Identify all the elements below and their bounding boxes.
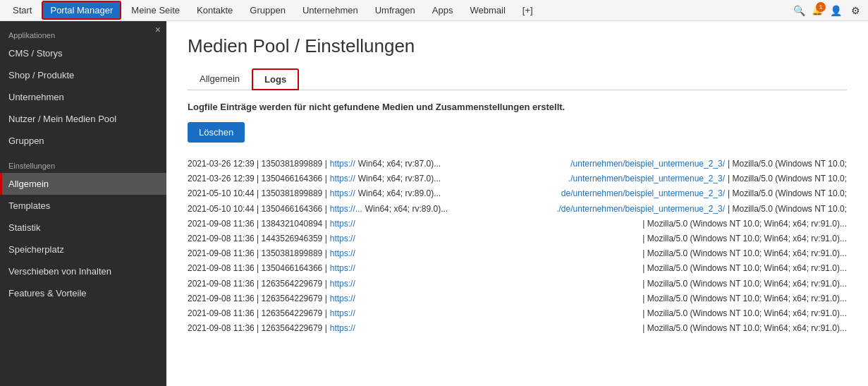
- nav-unternehmen[interactable]: Unternehmen: [295, 2, 365, 18]
- log-link[interactable]: https://: [330, 292, 355, 306]
- log-timestamp: 2021-05-10 10:44 | 1350381899889 |: [188, 187, 327, 200]
- sidebar-item-cms-storys[interactable]: CMS / Storys: [0, 42, 166, 64]
- top-navigation: Start Portal Manager Meine Seite Kontakt…: [0, 0, 868, 21]
- sidebar-item-statistik[interactable]: Statistik: [0, 217, 166, 239]
- log-link[interactable]: https://: [330, 157, 355, 171]
- nav-portal-manager[interactable]: Portal Manager: [42, 1, 121, 20]
- log-timestamp: 2021-05-10 10:44 | 1350466164366 |: [188, 203, 327, 216]
- log-link[interactable]: https://: [330, 172, 355, 186]
- log-link[interactable]: https://: [330, 232, 355, 246]
- log-entry: 2021-09-08 11:36 | 1263564229679 | https…: [188, 306, 847, 321]
- delete-button[interactable]: Löschen: [188, 122, 245, 143]
- log-ua: | Mozilla/5.0 (Windows NT 10.0; Win64; x…: [642, 322, 847, 335]
- nav-plus[interactable]: [+]: [515, 2, 540, 18]
- log-ua: | Mozilla/5.0 (Windows NT 10.0; Win64; x…: [642, 307, 847, 320]
- log-entry: 2021-05-10 10:44 | 1350381899889 | https…: [188, 186, 847, 201]
- log-path: ./de/unternehmen/beispiel_untermenue_2_3…: [556, 203, 725, 216]
- log-link[interactable]: https://: [330, 247, 355, 260]
- sidebar-item-shop-produkte[interactable]: Shop / Produkte: [0, 64, 166, 86]
- tabs-container: Allgemein Logs: [188, 68, 847, 90]
- log-link[interactable]: https://: [330, 322, 355, 335]
- log-path: de/unternehmen/beispiel_untermenue_2_3/: [561, 187, 725, 200]
- log-entry: 2021-09-08 11:36 | 1263564229679 | https…: [188, 277, 847, 291]
- sidebar-item-verschieben[interactable]: Verschieben von Inhalten: [0, 260, 166, 282]
- log-ua: Win64; x64; rv:89.0)...: [365, 203, 448, 216]
- log-link[interactable]: https://: [330, 262, 355, 275]
- settings-icon[interactable]: ⚙: [848, 4, 862, 18]
- nav-apps[interactable]: Apps: [425, 2, 460, 18]
- log-entry: 2021-09-08 11:36 | 1443526946359 | https…: [188, 231, 847, 246]
- log-link[interactable]: https://: [330, 307, 355, 320]
- sidebar: × Applikationen CMS / Storys Shop / Prod…: [0, 21, 166, 386]
- log-timestamp: 2021-03-26 12:39 | 1350466164366 |: [188, 172, 327, 186]
- log-link[interactable]: https://: [330, 277, 355, 291]
- log-ua: | Mozilla/5.0 (Windows NT 10.0;: [728, 172, 847, 186]
- log-entry: 2021-03-26 12:39 | 1350381899889 | https…: [188, 157, 847, 171]
- tab-logs[interactable]: Logs: [252, 68, 299, 90]
- nav-start[interactable]: Start: [6, 2, 39, 18]
- nav-kontakte[interactable]: Kontakte: [190, 2, 240, 18]
- log-ua: | Mozilla/5.0 (Windows NT 10.0;: [728, 203, 847, 216]
- log-entry: 2021-09-08 11:36 | 1384321040894 | https…: [188, 217, 847, 231]
- log-path: ./unternehmen/beispiel_untermenue_2_3/: [568, 172, 725, 186]
- nav-right-actions: 🔍 🔔 1 👤 ⚙: [792, 4, 862, 18]
- info-text: Logfile Einträge werden für nicht gefund…: [188, 102, 847, 112]
- user-icon[interactable]: 👤: [829, 4, 843, 18]
- log-timestamp: 2021-09-08 11:36 | 1263564229679 |: [188, 307, 327, 320]
- sidebar-item-allgemein[interactable]: Allgemein: [0, 173, 166, 195]
- log-ua: | Mozilla/5.0 (Windows NT 10.0; Win64; x…: [642, 277, 847, 291]
- nav-umfragen[interactable]: Umfragen: [368, 2, 422, 18]
- nav-gruppen[interactable]: Gruppen: [243, 2, 293, 18]
- log-ua: | Mozilla/5.0 (Windows NT 10.0; Win64; x…: [642, 217, 847, 231]
- log-entry: 2021-05-10 10:44 | 1350466164366 | https…: [188, 202, 847, 217]
- log-timestamp: 2021-09-08 11:36 | 1443526946359 |: [188, 232, 327, 246]
- log-entry: 2021-09-08 11:36 | 1263564229679 | https…: [188, 321, 847, 336]
- log-ua: | Mozilla/5.0 (Windows NT 10.0; Win64; x…: [642, 247, 847, 260]
- log-ua: | Mozilla/5.0 (Windows NT 10.0; Win64; x…: [642, 292, 847, 306]
- main-layout: × Applikationen CMS / Storys Shop / Prod…: [0, 21, 868, 386]
- log-ua: Win64; x64; rv:89.0)...: [358, 187, 441, 200]
- log-ua: | Mozilla/5.0 (Windows NT 10.0; Win64; x…: [642, 262, 847, 275]
- notification-count: 1: [816, 2, 826, 12]
- log-ua: Win64; x64; rv:87.0)...: [358, 157, 441, 171]
- sidebar-close-button[interactable]: ×: [155, 24, 161, 35]
- sidebar-section-einstellungen: Einstellungen: [0, 152, 166, 173]
- log-timestamp: 2021-09-08 11:36 | 1263564229679 |: [188, 277, 327, 291]
- log-ua: Win64; x64; rv:87.0)...: [358, 172, 441, 186]
- log-entry: 2021-09-08 11:36 | 1350381899889 | https…: [188, 246, 847, 261]
- log-timestamp: 2021-09-08 11:36 | 1350381899889 |: [188, 247, 327, 260]
- log-link[interactable]: https://: [330, 217, 355, 231]
- nav-meine-seite[interactable]: Meine Seite: [124, 2, 187, 18]
- log-container: 2021-03-26 12:39 | 1350381899889 | https…: [188, 157, 847, 336]
- log-path: /unternehmen/beispiel_untermenue_2_3/: [570, 157, 725, 171]
- log-timestamp: 2021-09-08 11:36 | 1384321040894 |: [188, 217, 327, 231]
- log-entry: 2021-09-08 11:36 | 1350466164366 | https…: [188, 261, 847, 276]
- sidebar-item-speicherplatz[interactable]: Speicherplatz: [0, 239, 166, 260]
- log-timestamp: 2021-03-26 12:39 | 1350381899889 |: [188, 157, 327, 171]
- sidebar-item-gruppen[interactable]: Gruppen: [0, 130, 166, 152]
- sidebar-item-templates[interactable]: Templates: [0, 195, 166, 217]
- log-ua: | Mozilla/5.0 (Windows NT 10.0;: [728, 187, 847, 200]
- sidebar-item-unternehmen[interactable]: Unternehmen: [0, 86, 166, 108]
- log-entry: 2021-09-08 11:36 | 1263564229679 | https…: [188, 291, 847, 306]
- sidebar-item-features[interactable]: Features & Vorteile: [0, 282, 166, 304]
- tab-allgemein[interactable]: Allgemein: [188, 68, 252, 90]
- log-ua: | Mozilla/5.0 (Windows NT 10.0; Win64; x…: [642, 232, 847, 246]
- log-link[interactable]: https://...: [330, 203, 362, 216]
- main-content: Medien Pool / Einstellungen Allgemein Lo…: [166, 21, 868, 386]
- log-timestamp: 2021-09-08 11:36 | 1350466164366 |: [188, 262, 327, 275]
- page-title: Medien Pool / Einstellungen: [188, 35, 847, 57]
- log-timestamp: 2021-09-08 11:36 | 1263564229679 |: [188, 292, 327, 306]
- sidebar-section-applikationen: Applikationen: [0, 21, 166, 42]
- log-timestamp: 2021-09-08 11:36 | 1263564229679 |: [188, 322, 327, 335]
- search-icon[interactable]: 🔍: [792, 4, 806, 18]
- log-link[interactable]: https://: [330, 187, 355, 200]
- log-ua: | Mozilla/5.0 (Windows NT 10.0;: [728, 157, 847, 171]
- notification-bell[interactable]: 🔔 1: [812, 5, 823, 16]
- log-entry: 2021-03-26 12:39 | 1350466164366 | https…: [188, 171, 847, 186]
- nav-webmail[interactable]: Webmail: [463, 2, 512, 18]
- sidebar-item-nutzer-medien-pool[interactable]: Nutzer / Mein Medien Pool: [0, 108, 166, 130]
